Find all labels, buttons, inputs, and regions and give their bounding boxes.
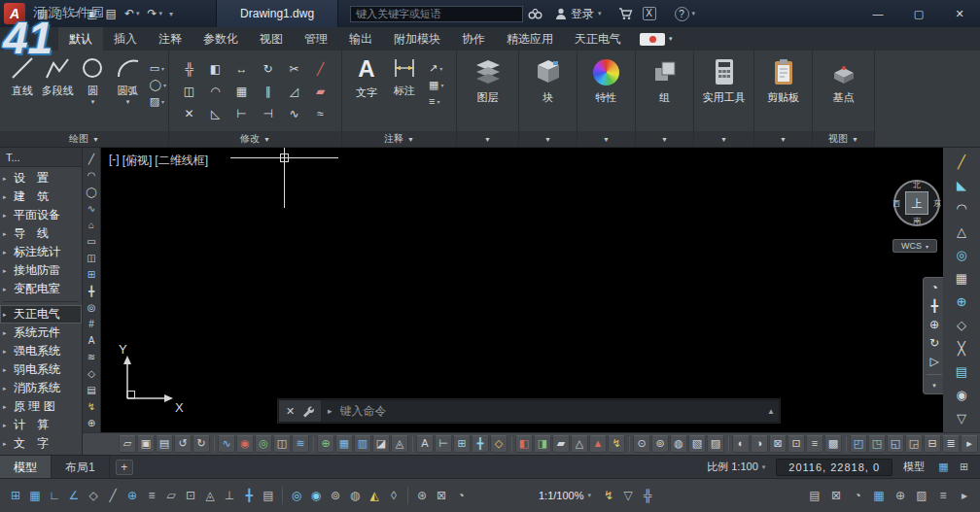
dock-table-icon[interactable]: ▤ <box>951 363 972 380</box>
nav-zoom-icon[interactable]: ⊕ <box>929 319 939 330</box>
stretch-tool[interactable]: ↔ <box>236 63 248 75</box>
trim-tool[interactable]: ✂ <box>289 63 298 75</box>
palette-item[interactable]: ▸ 变配电室 <box>0 280 82 298</box>
ribbon-tab[interactable]: 参数化 <box>192 27 249 51</box>
tb-dim[interactable]: ⊢ <box>435 435 452 453</box>
tb-distribution[interactable]: ◫ <box>273 435 291 453</box>
tb-up[interactable]: △ <box>571 435 588 453</box>
ribbon-tab[interactable]: 附加模块 <box>383 27 451 51</box>
block-button[interactable]: 块 <box>519 51 577 105</box>
isometric-icon[interactable]: ◇ <box>84 486 103 505</box>
group-button[interactable]: 组 <box>636 51 693 105</box>
dock-target-icon[interactable]: ◎ <box>951 247 972 263</box>
ribbon-tab[interactable]: 天正电气 <box>564 27 632 51</box>
sign-in-button[interactable]: 登录 ▾ <box>555 6 602 22</box>
pedit-tool[interactable]: ∿ <box>289 108 298 119</box>
search-input[interactable] <box>350 6 523 22</box>
tb-half-a[interactable]: ◐ <box>732 435 750 453</box>
tb-measure[interactable]: ◬ <box>391 435 408 453</box>
tray-clock-icon[interactable]: ◔ <box>848 486 867 505</box>
tb-box-dot[interactable]: ⊡ <box>788 435 805 453</box>
side-table-icon[interactable]: ▤ <box>84 382 100 398</box>
explode-tool[interactable]: ✕ <box>184 108 193 119</box>
palette-item[interactable]: ▸ 导 线 <box>0 224 82 243</box>
redo-icon[interactable]: ↷▾ <box>143 3 166 24</box>
tb-layer[interactable]: ▥ <box>354 435 371 453</box>
scale-dropdown[interactable]: 比例 1:100 ▾ <box>707 460 765 474</box>
polar-tracking-icon[interactable]: ∠ <box>64 486 84 505</box>
side-rect-icon[interactable]: ▭ <box>84 233 100 250</box>
recent-commands-icon[interactable]: ▸ <box>328 406 332 416</box>
side-circle-icon[interactable]: ◯ <box>84 184 100 200</box>
compass-south[interactable]: 南 <box>913 216 921 226</box>
rectangle-tool[interactable]: ▭▾ <box>150 62 166 75</box>
layout1-tab[interactable]: 布局1 <box>52 456 110 479</box>
array-tool[interactable]: ▦ <box>236 85 247 97</box>
offset-tool[interactable]: ∥ <box>265 85 271 97</box>
snap-mode-icon[interactable]: ⊞ <box>6 486 25 505</box>
qnew-icon[interactable]: ▯▾ <box>52 3 66 24</box>
tb-hatch-b[interactable]: ▨ <box>707 435 724 453</box>
dock-dot-icon[interactable]: ◉ <box>951 387 972 403</box>
view-cube[interactable]: 北 南 西 东 上 <box>889 175 943 231</box>
tb-fill[interactable]: ▩ <box>824 435 842 453</box>
tb-minus-box[interactable]: ⊟ <box>924 435 941 453</box>
command-history-icon[interactable]: ▲ <box>763 400 779 422</box>
save-icon[interactable]: ▣▾ <box>83 3 101 24</box>
command-close-icon[interactable]: ✕ <box>286 406 295 417</box>
compass-west[interactable]: 西 <box>892 198 900 209</box>
palette-item[interactable]: ▸ 强电系统 <box>0 342 82 360</box>
tray-more-icon[interactable]: ▸ <box>955 486 974 505</box>
tb-corner-a[interactable]: ◰ <box>850 435 867 453</box>
viewport-control[interactable]: [-] <box>109 153 120 169</box>
help-button[interactable]: ? ▾ <box>675 7 696 21</box>
side-wave-icon[interactable]: ≋ <box>84 349 100 365</box>
draw-panel-title[interactable]: 绘图▼ <box>0 131 168 147</box>
ribbon-display-toggle[interactable]: ▾ <box>640 27 673 51</box>
tray-lock-icon[interactable]: ⊠ <box>826 486 846 505</box>
tray-tray-icon[interactable]: ▤ <box>805 486 824 505</box>
side-diamond-icon[interactable]: ◇ <box>84 365 100 382</box>
tb-corner-b[interactable]: ◳ <box>868 435 886 453</box>
nav-orbit-icon[interactable]: ↻ <box>929 337 939 349</box>
dock-up-icon[interactable]: △ <box>951 223 972 240</box>
dynamic-ucs-icon[interactable]: ⊥ <box>220 486 239 505</box>
text-tool[interactable]: A 文字 <box>350 55 383 107</box>
lock-ui-icon[interactable]: ⊠ <box>432 486 451 505</box>
scale-tool[interactable]: ◿ <box>290 85 298 97</box>
tb-alert[interactable]: ▲ <box>589 435 607 453</box>
palette-item[interactable]: ▸ 计 算 <box>0 416 82 434</box>
grid-toggle-icon[interactable]: ▦ <box>935 459 952 475</box>
break-tool[interactable]: ⊢ <box>236 108 246 119</box>
arc-tool[interactable]: 圆弧 ▾ <box>112 55 145 108</box>
palette-item[interactable]: ▸ 设 置 <box>0 169 82 188</box>
markup-tool[interactable]: ≡▾ <box>429 95 443 107</box>
side-wire-icon[interactable]: ∿ <box>84 200 100 217</box>
nav-motion-icon[interactable]: ▷ <box>929 356 938 367</box>
wrench-icon[interactable] <box>301 405 314 418</box>
tb-plot[interactable]: ▤ <box>156 435 173 453</box>
modify-panel-title[interactable]: 修改▼ <box>169 131 341 147</box>
plot-icon[interactable]: ▤▾ <box>102 3 121 24</box>
selection-cycling-icon[interactable]: ⊡ <box>181 486 200 505</box>
tb-save[interactable]: ▣ <box>137 435 155 453</box>
tb-open[interactable]: ▱ <box>119 435 136 453</box>
transparency-icon[interactable]: ▱ <box>161 486 181 505</box>
command-input[interactable] <box>338 403 763 419</box>
side-line-icon[interactable]: ╱ <box>84 151 100 167</box>
ribbon-tab[interactable]: 注释 <box>148 27 192 51</box>
hatch-tool[interactable]: ▨▾ <box>150 95 166 108</box>
utilities-button[interactable]: 实用工具 <box>694 51 753 105</box>
palette-item[interactable]: ▸ 标注统计 <box>0 243 82 261</box>
autoscale-icon[interactable]: ⊚ <box>326 486 345 505</box>
annotation-visibility-icon[interactable]: ◉ <box>306 486 326 505</box>
exchange-apps-icon[interactable]: X <box>638 7 661 20</box>
tray-plus-icon[interactable]: ⊕ <box>891 486 910 505</box>
basepoint-button[interactable]: 基点 <box>813 51 874 105</box>
tb-bolt[interactable]: ↯ <box>608 435 625 453</box>
osnap-tracking-icon[interactable]: ╱ <box>103 486 122 505</box>
tb-lines[interactable]: ≡ <box>806 435 823 453</box>
tb-redo[interactable]: ↻ <box>192 435 210 453</box>
palette-item[interactable]: ▸ 消防系统 <box>0 379 82 397</box>
side-cross-icon[interactable]: ╋ <box>84 283 100 299</box>
